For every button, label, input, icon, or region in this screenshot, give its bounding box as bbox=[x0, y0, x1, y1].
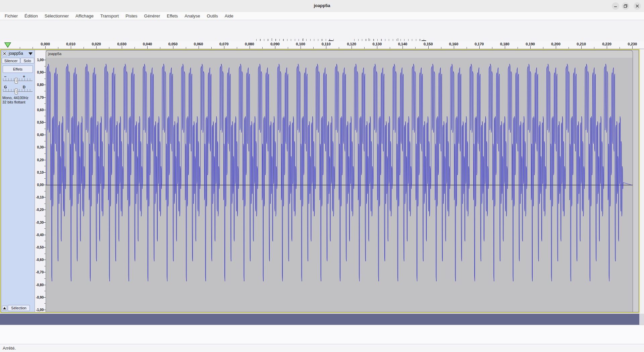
vruler-label: 0,00 bbox=[35, 183, 44, 187]
solo-button[interactable]: Solo bbox=[20, 58, 34, 63]
vruler-major-tick bbox=[43, 172, 46, 173]
vruler-label: 0,70 bbox=[35, 95, 44, 99]
pan-right-label: D bbox=[23, 85, 25, 89]
pan-slider-thumb[interactable] bbox=[15, 89, 18, 94]
clip-header[interactable]: joapp5a bbox=[46, 50, 633, 58]
timeline-minor-tick bbox=[543, 47, 543, 49]
track-select-button[interactable]: Sélection bbox=[8, 305, 30, 311]
timeline-label: 0,060 bbox=[194, 42, 203, 46]
minimize-button[interactable] bbox=[612, 2, 619, 10]
timeline-major-tick bbox=[479, 46, 480, 49]
timeline-label: 0,210 bbox=[577, 42, 586, 46]
timeline-label: 0,070 bbox=[219, 42, 229, 46]
titlebar: joapp5a bbox=[0, 0, 644, 12]
menu-transport[interactable]: Transport bbox=[97, 12, 122, 20]
timeline-major-tick bbox=[122, 46, 122, 49]
menu-edition[interactable]: Édition bbox=[21, 12, 41, 20]
status-text: Arrêté. bbox=[3, 346, 16, 351]
vruler-major-tick bbox=[43, 185, 46, 185]
menu-outils[interactable]: Outils bbox=[204, 12, 221, 20]
vruler-major-tick bbox=[43, 147, 46, 147]
track-format-line1: Mono, 44100Hz bbox=[2, 96, 29, 100]
timeline-minor-tick bbox=[467, 47, 467, 49]
menu-generer[interactable]: Générer bbox=[141, 12, 164, 20]
timeline-minor-tick bbox=[620, 47, 620, 49]
timeline-label: 0,190 bbox=[526, 42, 535, 46]
vruler-label: 0,10 bbox=[35, 170, 44, 174]
vertical-scale-ruler[interactable]: 1,000,900,800,700,600,500,400,300,200,10… bbox=[35, 50, 46, 312]
timeline-minor-tick bbox=[33, 47, 33, 49]
timeline-label: 0,040 bbox=[143, 42, 152, 46]
timeline-label: 0,150 bbox=[424, 42, 433, 46]
loop-region-indicator-icon[interactable] bbox=[4, 42, 11, 48]
timeline-minor-tick bbox=[364, 47, 365, 49]
close-icon bbox=[3, 52, 6, 55]
timeline-ruler[interactable]: 0,0000,0100,0200,0300,0400,0500,0600,070… bbox=[0, 41, 644, 49]
waveform bbox=[46, 58, 633, 312]
restore-button[interactable] bbox=[622, 2, 629, 10]
audacity-window: joapp5a FichierÉditionSélectionnerAffich… bbox=[0, 0, 644, 352]
menu-pistes[interactable]: Pistes bbox=[122, 12, 141, 20]
menu-affichage[interactable]: Affichage bbox=[72, 12, 97, 20]
timeline-major-tick bbox=[147, 46, 148, 49]
timeline-minor-tick bbox=[569, 47, 569, 49]
vruler-label: 0,30 bbox=[35, 145, 44, 149]
vruler-major-tick bbox=[43, 110, 46, 110]
timeline-label: 0,010 bbox=[66, 42, 75, 46]
menu-selectionner[interactable]: Sélectionner bbox=[41, 12, 72, 20]
track-name[interactable]: joapp5a bbox=[9, 51, 23, 56]
audio-track: joapp5a Silencer Solo Effets − + G D Mon… bbox=[1, 50, 639, 312]
timeline-major-tick bbox=[377, 46, 377, 49]
effects-button[interactable]: Effets bbox=[3, 65, 33, 73]
menu-fichier[interactable]: Fichier bbox=[1, 12, 21, 20]
timeline-label: 0,230 bbox=[628, 42, 637, 46]
timeline-minor-tick bbox=[160, 47, 160, 49]
timeline-minor-tick bbox=[109, 47, 109, 49]
timeline-major-tick bbox=[402, 46, 403, 49]
timeline-major-tick bbox=[454, 46, 454, 49]
timeline-minor-tick bbox=[492, 47, 492, 49]
timeline-minor-tick bbox=[84, 47, 84, 49]
timeline-label: 0,200 bbox=[551, 42, 560, 46]
vruler-label: 1,00 bbox=[35, 58, 44, 62]
menu-aide[interactable]: Aide bbox=[221, 12, 237, 20]
menu-analyse[interactable]: Analyse bbox=[181, 12, 203, 20]
timeline-minor-tick bbox=[390, 47, 390, 49]
vruler-major-tick bbox=[43, 210, 46, 210]
bottom-toolbar-dock: Snap Secondes 00 h 00 m 00 s Sélection ⚙… bbox=[0, 325, 644, 344]
timeline-major-tick bbox=[173, 46, 173, 49]
timeline-minor-tick bbox=[518, 47, 518, 49]
vruler-label: -0,70 bbox=[35, 270, 44, 274]
gain-slider-thumb[interactable] bbox=[15, 78, 18, 84]
menu-effets[interactable]: Effets bbox=[163, 12, 181, 20]
minimize-icon bbox=[613, 4, 618, 8]
timeline-label: 0,030 bbox=[117, 42, 127, 46]
vruler-major-tick bbox=[43, 285, 46, 285]
vruler-major-tick bbox=[43, 60, 46, 60]
timeline-minor-tick bbox=[339, 47, 339, 49]
timeline-major-tick bbox=[581, 46, 582, 49]
timeline-major-tick bbox=[428, 46, 429, 49]
track-format-line2: 32 bits flottant bbox=[2, 100, 25, 104]
track-close-button[interactable] bbox=[2, 51, 7, 56]
timeline-minor-tick bbox=[58, 47, 58, 49]
window-title: joapp5a bbox=[0, 3, 644, 8]
timeline-major-tick bbox=[607, 46, 607, 49]
vertical-scrollbar[interactable] bbox=[640, 49, 644, 314]
pan-slider-track[interactable] bbox=[3, 91, 33, 92]
gain-slider-track[interactable] bbox=[3, 81, 33, 81]
mute-button[interactable]: Silencer bbox=[2, 58, 20, 63]
timeline-minor-tick bbox=[135, 47, 135, 49]
vruler-label: -0,20 bbox=[35, 208, 44, 212]
track-menu-arrow-icon[interactable] bbox=[29, 52, 33, 55]
timeline-minor-tick bbox=[313, 47, 314, 49]
close-button[interactable] bbox=[634, 2, 641, 10]
timeline-minor-tick bbox=[237, 47, 237, 49]
timeline-major-tick bbox=[352, 46, 352, 49]
vruler-label: -0,10 bbox=[35, 195, 44, 199]
timeline-minor-tick bbox=[288, 47, 288, 49]
audio-clip[interactable]: joapp5a bbox=[46, 50, 633, 312]
timeline-major-tick bbox=[505, 46, 505, 49]
track-collapse-button[interactable] bbox=[2, 306, 7, 311]
horizontal-scrollbar[interactable] bbox=[0, 314, 639, 325]
